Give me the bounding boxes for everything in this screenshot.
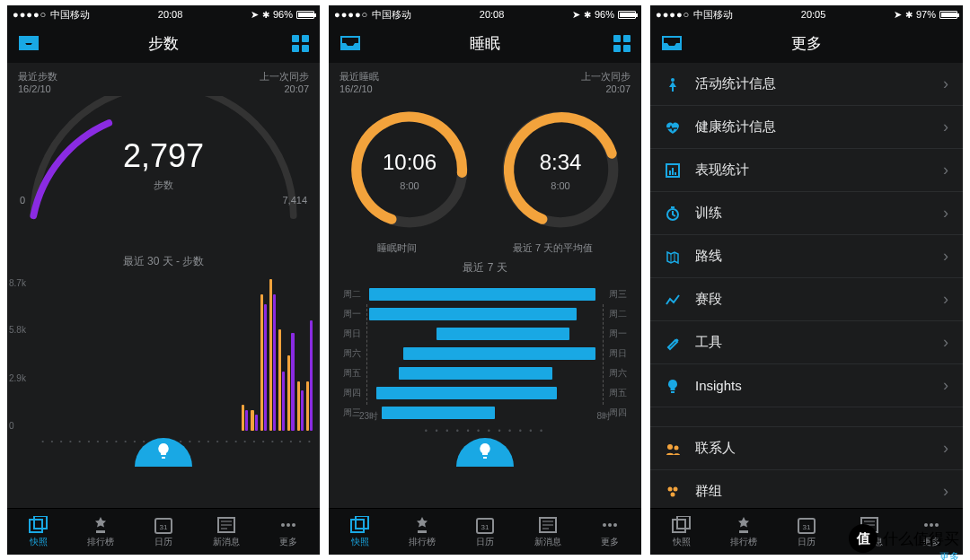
svg-rect-14 [356, 516, 368, 529]
list-icon [665, 162, 681, 179]
dial-label: 睡眠时间 [377, 241, 417, 255]
bluetooth-icon: ✱ [905, 10, 913, 20]
bulb-icon [156, 442, 171, 460]
more-item[interactable]: 工具› [650, 321, 963, 364]
inbox-button[interactable] [650, 23, 693, 63]
more-item[interactable]: 群组› [650, 470, 963, 508]
bulb-icon [478, 442, 492, 460]
tab-label: 排行榜 [409, 537, 436, 547]
bar [291, 333, 294, 431]
more-item[interactable]: 健康统计信息› [650, 106, 963, 149]
screen-steps: ●●●●○ 中国移动 20:08 ➤ ✱ 96% 步数 最近步数 16/2/10 [7, 5, 320, 555]
list-label: 训练 [695, 205, 722, 222]
chevron-right-icon: › [943, 74, 948, 93]
svg-rect-37 [677, 516, 690, 529]
dial-goal: 8:00 [347, 180, 472, 191]
list-label: 联系人 [695, 440, 736, 457]
gantt-row: 周六周日 [343, 344, 627, 363]
bar [306, 381, 309, 431]
tab-news[interactable]: 新消息 [195, 516, 258, 548]
inbox-icon [340, 35, 361, 51]
location-icon: ➤ [894, 9, 902, 21]
tab-leaderboard[interactable]: 排行榜 [392, 516, 454, 548]
svg-point-34 [674, 486, 678, 491]
tab-more[interactable]: 更多 [257, 516, 320, 548]
bar [282, 372, 285, 431]
screen-more: ●●●●○中国移动 20:05 ➤✱97% 更多 活动统计信息›健康统计信息›表… [650, 5, 963, 555]
tab-calendar[interactable]: 31日历 [775, 516, 838, 548]
tab-label: 排行榜 [87, 537, 114, 547]
tab-calendar[interactable]: 31 日历 [132, 516, 195, 548]
list-label: 表现统计 [695, 162, 749, 179]
nav-bar: 睡眠 [329, 23, 641, 63]
grid-button[interactable] [281, 23, 320, 63]
tab-snapshot[interactable]: 快照 [7, 516, 70, 548]
nav-title: 步数 [148, 33, 179, 54]
dial-label: 最近 7 天的平均值 [513, 241, 593, 255]
tab-leaderboard[interactable]: 排行榜 [713, 516, 776, 548]
page-dots: • • • • • • • • • • • • [343, 426, 627, 435]
list-icon [665, 484, 681, 500]
more-item[interactable]: Insights› [650, 364, 963, 407]
list-label: 健康统计信息 [695, 118, 776, 136]
bar [251, 410, 253, 431]
nav-bar: 步数 [7, 23, 320, 63]
sync-label: 上一次同步 [581, 70, 630, 83]
inbox-button[interactable] [7, 23, 50, 63]
sleep-dial-today[interactable]: 10:06 8:00 [347, 107, 472, 232]
location-icon: ➤ [572, 9, 580, 21]
svg-point-35 [671, 492, 675, 496]
watermark-badge: 值 [849, 524, 877, 553]
x-right: 8时 [596, 410, 611, 423]
more-item[interactable]: 表现统计› [650, 149, 963, 192]
chevron-right-icon: › [943, 333, 948, 352]
sleep-7day-chart[interactable]: 周二周三周一周二周日周一周六周日周五周六周四周五周三周四 23时 8时 • • … [329, 279, 641, 441]
tab-news[interactable]: 新消息 [516, 516, 579, 548]
svg-rect-26 [669, 171, 671, 175]
status-bar: ●●●●○ 中国移动 20:08 ➤ ✱ 96% [7, 5, 320, 23]
bar [301, 390, 304, 431]
status-bar: ●●●●○中国移动 20:08 ➤✱96% [329, 5, 641, 23]
more-item[interactable]: 联系人› [650, 427, 963, 470]
bar [278, 329, 281, 431]
grid-button[interactable] [603, 23, 641, 63]
sync-label: 上一次同步 [260, 70, 309, 83]
tab-label: 新消息 [213, 537, 240, 547]
tab-snapshot[interactable]: 快照 [329, 516, 392, 548]
recent-label: 最近步数 [18, 70, 57, 83]
more-item[interactable]: 路线› [650, 235, 963, 278]
svg-point-8 [281, 523, 285, 527]
list-icon [665, 76, 681, 92]
svg-point-10 [292, 523, 295, 527]
gantt-row: 周四周五 [343, 383, 627, 403]
bar [264, 304, 267, 431]
steps-30day-chart[interactable]: 8.7k 5.8k 2.9k 0 •••••••••••••••••••••••… [7, 273, 320, 452]
tab-calendar[interactable]: 31日历 [454, 516, 516, 548]
chevron-right-icon: › [943, 118, 948, 136]
battery-pct: 96% [595, 9, 614, 20]
more-item[interactable]: 训练› [650, 192, 963, 235]
list-icon [665, 378, 681, 394]
sleep-dial-avg[interactable]: 8:34 8:00 [498, 107, 623, 232]
tab-more[interactable]: 更多 [578, 516, 641, 548]
list-label: Insights [695, 378, 742, 393]
steps-gauge[interactable]: 2,797 步数 0 7,414 [16, 96, 311, 249]
recent-date: 16/2/10 [340, 83, 379, 94]
svg-text:31: 31 [160, 523, 168, 531]
tab-snapshot[interactable]: 快照 [650, 516, 713, 548]
list-icon [665, 119, 681, 136]
more-list: 活动统计信息›健康统计信息›表现统计›训练›路线›赛段›工具›Insights›… [650, 63, 963, 508]
more-item[interactable]: 活动统计信息› [650, 63, 963, 106]
more-item[interactable]: 赛段› [650, 278, 963, 321]
list-icon [665, 206, 681, 222]
tab-leaderboard[interactable]: 排行榜 [70, 516, 133, 548]
tab-label: 更多 [601, 537, 619, 547]
battery-icon [618, 11, 636, 19]
svg-rect-36 [673, 520, 685, 532]
bar [287, 355, 290, 431]
insight-fab[interactable] [456, 438, 514, 467]
svg-point-22 [608, 523, 612, 527]
inbox-button[interactable] [329, 23, 372, 63]
bar [255, 415, 258, 431]
chevron-right-icon: › [943, 247, 948, 266]
